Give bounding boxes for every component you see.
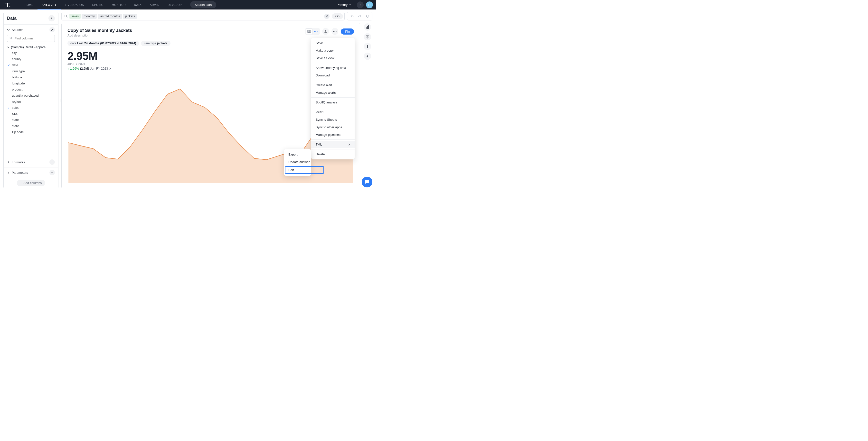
help-button[interactable]: ? <box>357 1 364 8</box>
delta-absolute: (2.9M) <box>80 67 89 70</box>
share-icon <box>324 30 327 33</box>
column-label: longitude <box>12 81 25 85</box>
add-columns-button[interactable]: + Add columns <box>17 180 45 186</box>
info-button[interactable] <box>364 43 371 50</box>
add-formula-button[interactable]: + <box>50 160 55 165</box>
nav-admin[interactable]: ADMIN <box>146 0 163 9</box>
chat-widget-button[interactable] <box>362 177 372 188</box>
menu-item-manage-alerts[interactable]: Manage alerts <box>311 89 354 96</box>
menu-item-tml[interactable]: TML <box>311 141 354 148</box>
avatar[interactable]: R <box>366 1 373 8</box>
resize-handle[interactable]: || <box>58 9 61 191</box>
filter-chip[interactable]: item type jackets <box>141 41 170 46</box>
org-switcher[interactable]: Primary <box>337 2 354 8</box>
menu-item-manage-pipelines[interactable]: Manage pipelines <box>311 131 354 138</box>
chart-config-button[interactable] <box>364 23 371 31</box>
submenu-item-export[interactable]: Export <box>284 151 323 158</box>
nav-data[interactable]: DATA <box>130 0 146 9</box>
column-city[interactable]: city <box>6 50 56 56</box>
svg-rect-16 <box>367 26 368 29</box>
svg-point-14 <box>336 31 337 32</box>
search-data-button[interactable]: Search data <box>190 1 216 8</box>
nav-home[interactable]: HOME <box>21 0 37 9</box>
delta-prev-period: Jun FY 2023 <box>90 67 108 70</box>
search-token[interactable]: sales <box>69 13 81 19</box>
view-mode-toggle <box>305 28 320 35</box>
svg-point-13 <box>335 31 335 32</box>
menu-item-local1[interactable]: local1 <box>311 108 354 116</box>
column-latitude[interactable]: latitude <box>6 74 56 80</box>
go-button[interactable]: Go <box>332 13 343 19</box>
menu-item-download[interactable]: Download <box>311 72 354 79</box>
nav-spotiq[interactable]: SPOTIQ <box>88 0 107 9</box>
sidebar-title: Data <box>7 16 17 21</box>
sources-settings-button[interactable] <box>50 27 55 32</box>
svg-rect-20 <box>367 46 368 48</box>
reset-button[interactable] <box>364 13 371 20</box>
pin-button[interactable]: Pin <box>341 29 354 35</box>
svg-point-4 <box>10 37 11 39</box>
answer-title[interactable]: Copy of Sales monthly Jackets <box>67 28 132 33</box>
nav-monitor[interactable]: MONITOR <box>107 0 130 9</box>
nav-answers[interactable]: ANSWERS <box>37 0 61 9</box>
menu-item-save-as-view[interactable]: Save as view <box>311 54 354 62</box>
collapse-sidebar-button[interactable] <box>49 15 55 22</box>
column-county[interactable]: county <box>6 56 56 62</box>
column-sales[interactable]: ✓sales <box>6 105 56 111</box>
svg-rect-15 <box>366 27 367 29</box>
redo-button[interactable] <box>356 13 363 20</box>
column-quantity-purchased[interactable]: quantity purchased <box>6 93 56 99</box>
menu-item-create-alert[interactable]: Create alert <box>311 81 354 89</box>
menu-item-make-a-copy[interactable]: Make a copy <box>311 47 354 54</box>
submenu-item-edit[interactable]: Edit <box>285 166 324 174</box>
column-zip-code[interactable]: zip code <box>6 129 56 135</box>
column-store[interactable]: store <box>6 123 56 129</box>
column-SKU[interactable]: SKU <box>6 111 56 117</box>
column-product[interactable]: product <box>6 87 56 93</box>
column-item-type[interactable]: item type <box>6 68 56 74</box>
chat-icon <box>364 179 370 185</box>
clear-search-button[interactable] <box>324 13 330 19</box>
nav-develop[interactable]: DEVELOP <box>164 0 186 9</box>
column-state[interactable]: state <box>6 117 56 123</box>
table-icon <box>307 30 311 33</box>
bolt-icon <box>366 55 369 58</box>
menu-item-sync-to-sheets[interactable]: Sync to Sheets <box>311 116 354 124</box>
org-name: Primary <box>337 3 347 7</box>
nav-liveboards[interactable]: LIVEBOARDS <box>61 0 88 9</box>
chevron-right-icon <box>7 171 10 174</box>
column-label: product <box>12 88 22 91</box>
app-logo[interactable] <box>5 2 11 8</box>
sources-section-toggle[interactable]: Sources <box>7 28 23 32</box>
svg-point-19 <box>367 45 368 46</box>
menu-item-show-underlying-data[interactable]: Show underlying data <box>311 64 354 72</box>
undo-button[interactable] <box>348 13 355 20</box>
svg-point-2 <box>9 6 9 6</box>
submenu-item-update-answer[interactable]: Update answer <box>284 158 323 166</box>
spotiq-button[interactable] <box>364 53 371 60</box>
formulas-section-toggle[interactable]: Formulas <box>7 160 25 164</box>
search-bar[interactable]: salesmonthlylast 24 monthsjackets Go <box>61 12 345 21</box>
chevron-down-icon <box>7 46 9 48</box>
settings-button[interactable] <box>364 33 371 40</box>
search-token[interactable]: last 24 months <box>98 13 122 19</box>
more-actions-button[interactable] <box>332 28 338 35</box>
svg-point-12 <box>333 31 334 32</box>
filter-chip[interactable]: date Last 24 Months (01/07/2022 < 01/07/… <box>67 41 139 46</box>
answer-description[interactable]: Add description <box>67 34 132 37</box>
table-view-button[interactable] <box>306 29 312 34</box>
menu-item-save[interactable]: Save <box>311 39 354 47</box>
add-parameter-button[interactable]: + <box>50 170 55 175</box>
source-group-toggle[interactable]: (Sample) Retail - Apparel <box>6 44 56 50</box>
menu-item-sync-to-other-apps[interactable]: Sync to other apps <box>311 124 354 131</box>
search-token[interactable]: monthly <box>82 13 97 19</box>
chart-view-button[interactable] <box>313 29 319 34</box>
column-longitude[interactable]: longitude <box>6 80 56 87</box>
share-button[interactable] <box>322 28 329 35</box>
find-columns-input[interactable] <box>7 35 55 42</box>
column-region[interactable]: region <box>6 99 56 105</box>
column-date[interactable]: ✓date <box>6 62 56 68</box>
search-token[interactable]: jackets <box>123 13 136 19</box>
menu-item-spotiq-analyse[interactable]: SpotIQ analyse <box>311 99 354 106</box>
parameters-section-toggle[interactable]: Parameters <box>7 171 28 174</box>
